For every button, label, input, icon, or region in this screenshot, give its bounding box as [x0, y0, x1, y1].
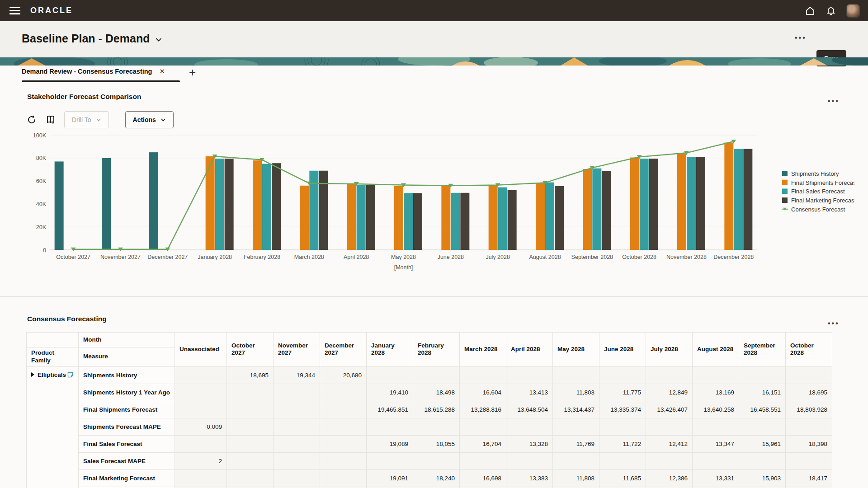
table-cell[interactable]	[739, 366, 786, 384]
expand-row-arrow-icon[interactable]	[31, 372, 34, 377]
table-cell[interactable]: 13,426.407	[646, 401, 693, 418]
table-section-overflow-menu-icon[interactable]: •••	[828, 319, 840, 328]
bar-final-shipments-forecast[interactable]	[394, 186, 403, 250]
table-cell[interactable]	[367, 452, 413, 469]
bar-final-sales-forecast[interactable]	[640, 159, 649, 250]
table-cell[interactable]: 2	[175, 452, 227, 469]
bar-final-marketing-forecast[interactable]	[413, 193, 422, 250]
bar-final-shipments-forecast[interactable]	[489, 185, 498, 250]
table-cell[interactable]	[460, 452, 506, 469]
tab-demand-review[interactable]: Demand Review - Consensus Forecasting ✕	[22, 67, 166, 75]
table-cell[interactable]: 13,640.258	[693, 401, 739, 418]
table-cell[interactable]	[227, 401, 274, 418]
bar-final-shipments-forecast[interactable]	[724, 143, 733, 250]
table-cell[interactable]: 18,695	[227, 366, 274, 384]
bar-final-marketing-forecast[interactable]	[555, 186, 564, 250]
manage-tables-graphs-icon[interactable]: #	[45, 114, 56, 125]
table-cell[interactable]: 19,089	[367, 435, 413, 452]
table-cell[interactable]: 11,803	[553, 384, 599, 401]
table-cell[interactable]: 12,412	[646, 435, 693, 452]
table-cell[interactable]	[646, 418, 693, 435]
measure-label[interactable]: Shipments History	[79, 366, 175, 384]
table-cell[interactable]: 13,169	[693, 384, 739, 401]
table-cell[interactable]: 18,417	[786, 469, 832, 487]
column-header-april-2028[interactable]: April 2028	[506, 333, 553, 367]
table-cell[interactable]: 11,808	[553, 469, 599, 487]
bar-final-marketing-forecast[interactable]	[696, 157, 705, 250]
table-cell[interactable]	[227, 418, 274, 435]
drill-to-button[interactable]: Drill To	[64, 111, 109, 128]
table-cell[interactable]	[413, 366, 460, 384]
bar-final-sales-forecast[interactable]	[734, 149, 743, 250]
table-cell[interactable]	[506, 452, 553, 469]
hamburger-menu-icon[interactable]	[9, 7, 20, 14]
table-cell[interactable]: 19,344	[274, 366, 320, 384]
bar-final-shipments-forecast[interactable]	[347, 184, 356, 250]
column-header-december-2027[interactable]: December 2027	[320, 333, 367, 367]
column-header-june-2028[interactable]: June 2028	[599, 333, 646, 367]
column-header-november-2027[interactable]: November 2027	[274, 333, 320, 367]
bar-final-shipments-forecast[interactable]	[677, 154, 686, 250]
column-header-february-2028[interactable]: February 2028	[413, 333, 460, 367]
plan-switcher-chevron-down-icon[interactable]	[155, 36, 162, 43]
tab-close-icon[interactable]: ✕	[158, 67, 166, 75]
bar-final-sales-forecast[interactable]	[687, 157, 696, 250]
table-cell[interactable]	[599, 418, 646, 435]
table-cell[interactable]: 12,386	[646, 469, 693, 487]
table-cell[interactable]: 15,903	[739, 469, 786, 487]
table-cell[interactable]	[175, 401, 227, 418]
table-cell[interactable]: 13,413	[506, 384, 553, 401]
bar-final-sales-forecast[interactable]	[215, 159, 224, 250]
table-cell[interactable]	[739, 452, 786, 469]
table-cell[interactable]	[175, 366, 227, 384]
measure-label[interactable]: Final Marketing Forecast	[79, 469, 175, 487]
table-cell[interactable]	[274, 401, 320, 418]
column-header-september-2028[interactable]: September 2028	[739, 333, 786, 367]
table-cell[interactable]: 18,615.288	[413, 401, 460, 418]
bar-final-sales-forecast[interactable]	[357, 185, 366, 250]
table-cell[interactable]: 13,648.504	[506, 401, 553, 418]
table-cell[interactable]	[227, 469, 274, 487]
table-cell[interactable]: 11,775	[599, 384, 646, 401]
table-cell[interactable]	[553, 418, 599, 435]
table-cell[interactable]	[175, 435, 227, 452]
table-cell[interactable]: 13,331	[693, 469, 739, 487]
table-cell[interactable]	[274, 452, 320, 469]
table-cell[interactable]: 11,769	[553, 435, 599, 452]
bar-final-shipments-forecast[interactable]	[253, 160, 262, 250]
table-cell[interactable]	[599, 452, 646, 469]
table-cell[interactable]: 18,695	[786, 384, 832, 401]
table-cell[interactable]	[599, 366, 646, 384]
table-cell[interactable]	[175, 469, 227, 487]
bar-final-shipments-forecast[interactable]	[206, 156, 215, 250]
actions-button[interactable]: Actions	[125, 111, 174, 128]
bar-final-marketing-forecast[interactable]	[602, 171, 611, 250]
table-cell[interactable]: 19,465.851	[367, 401, 413, 418]
bar-final-sales-forecast[interactable]	[404, 193, 413, 250]
table-cell[interactable]	[693, 452, 739, 469]
table-cell[interactable]	[320, 418, 367, 435]
bar-final-marketing-forecast[interactable]	[508, 190, 517, 250]
column-header-august-2028[interactable]: August 2028	[693, 333, 739, 367]
column-header-july-2028[interactable]: July 2028	[646, 333, 693, 367]
table-cell[interactable]	[693, 418, 739, 435]
table-cell[interactable]	[320, 435, 367, 452]
bar-final-shipments-forecast[interactable]	[583, 169, 592, 250]
table-cell[interactable]	[320, 469, 367, 487]
plan-overflow-menu-icon[interactable]: •••	[795, 34, 807, 42]
column-header-unassociated[interactable]: Unassociated	[175, 333, 227, 367]
bar-final-sales-forecast[interactable]	[498, 188, 507, 250]
table-cell[interactable]: 18,803.928	[786, 401, 832, 418]
table-cell[interactable]	[693, 366, 739, 384]
bar-final-marketing-forecast[interactable]	[743, 149, 752, 250]
bar-final-shipments-forecast[interactable]	[536, 183, 545, 250]
bar-shipments-history[interactable]	[149, 152, 158, 250]
table-cell[interactable]	[553, 366, 599, 384]
table-cell[interactable]: 15,961	[739, 435, 786, 452]
table-cell[interactable]	[320, 452, 367, 469]
bar-final-shipments-forecast[interactable]	[441, 186, 450, 250]
table-cell[interactable]: 16,604	[460, 384, 506, 401]
table-cell[interactable]: 19,091	[367, 469, 413, 487]
measure-label[interactable]: Shipments Forecast MAPE	[79, 418, 175, 435]
chart-section-overflow-menu-icon[interactable]: •••	[828, 97, 840, 105]
